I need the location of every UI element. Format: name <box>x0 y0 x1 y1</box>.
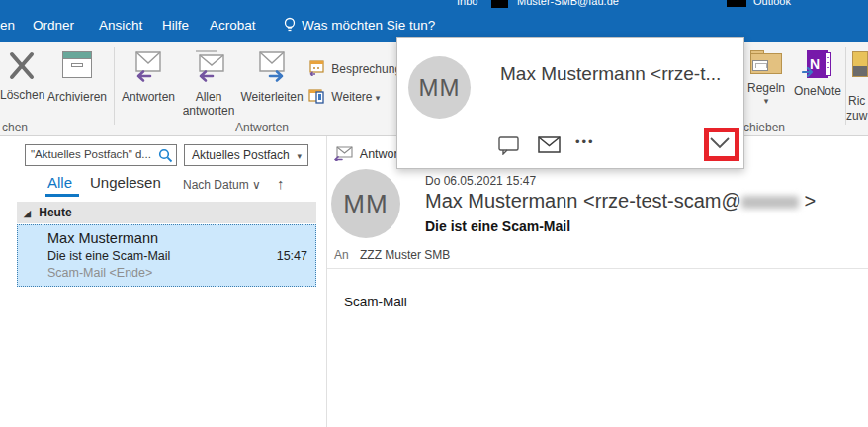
delete-label: Löschen <box>0 88 43 102</box>
reply-all-label-2: antworten <box>183 104 235 118</box>
message-subject: Die ist eine Scam-Mail <box>425 218 570 234</box>
sort-direction-button[interactable]: ↑ <box>277 175 285 192</box>
onenote-label: OneNote <box>791 84 844 98</box>
archive-icon <box>62 51 92 78</box>
group-label-respond: Antworten <box>235 121 289 134</box>
reply-envelope-icon <box>129 49 168 83</box>
contact-card-popup: MM Max Mustermann <rrze-t... ••• <box>396 37 744 169</box>
sender-address-text[interactable]: Max Mustermann <rrze-test-scam@ <box>425 190 741 212</box>
ribbon-separator <box>114 47 115 125</box>
header-body-divider <box>327 268 868 269</box>
tab-hilfe[interactable]: Hilfe <box>162 18 189 33</box>
group-label-delete: chen <box>2 121 28 134</box>
item-preview: Scam-Mail <Ende> <box>47 265 307 281</box>
sender-address-close: > <box>804 190 816 212</box>
forward-button[interactable]: Weiterleiten <box>235 49 308 104</box>
pane-divider[interactable] <box>326 136 327 427</box>
item-subject: Die ist eine Scam-Mail <box>47 249 170 263</box>
rules-button[interactable]: Regeln ▾ <box>741 50 791 106</box>
scope-caret-icon: ▾ <box>297 151 302 161</box>
onenote-button[interactable]: N OneNote <box>791 50 844 98</box>
group-label-move: chieben <box>743 121 785 134</box>
rules-folder-icon <box>750 50 782 74</box>
reply-all-label-1: Allen <box>196 90 222 104</box>
archive-button[interactable]: Archivieren <box>45 51 109 104</box>
send-email-icon[interactable] <box>538 136 561 157</box>
title-address-fragment: Muster-SMB@fau.de <box>517 0 619 7</box>
forward-envelope-icon <box>252 49 292 83</box>
mailbox-scope-dropdown[interactable]: Aktuelles Postfach ▾ <box>184 144 308 166</box>
scope-value: Aktuelles Postfach <box>192 148 290 162</box>
item-time: 15:47 <box>277 248 307 265</box>
reply-button[interactable]: Antworten <box>119 49 178 104</box>
lightbulb-icon <box>283 17 297 39</box>
search-icon[interactable] <box>158 148 173 163</box>
meeting-button[interactable]: Besprechung <box>308 60 401 79</box>
contact-name: Max Mustermann <rrze-t... <box>500 63 741 85</box>
rules-label: Regeln <box>741 81 791 95</box>
meeting-icon <box>308 60 324 79</box>
reply-all-button[interactable]: Allen antworten <box>180 49 237 118</box>
sort-by-dropdown[interactable]: Nach Datum ∨ <box>183 178 261 192</box>
item-sender: Max Mustermann <box>47 229 307 248</box>
archive-label: Archivieren <box>45 90 109 104</box>
mail-list-item-selected[interactable]: Max Mustermann Die ist eine Scam-Mail 15… <box>17 224 316 287</box>
delete-x-icon <box>8 49 36 81</box>
title-bar: Inbo Muster-SMB@fau.de Outlook <box>0 0 868 10</box>
date-group-header[interactable]: ◢ Heute <box>17 202 316 223</box>
message-body: Scam-Mail <box>344 295 407 309</box>
group-header-label: Heute <box>39 206 71 219</box>
reply-all-envelope-icon <box>189 49 228 83</box>
outlook-window: Inbo Muster-SMB@fau.de Outlook en Ordner… <box>0 0 868 427</box>
filter-tab-unread[interactable]: Ungelesen <box>90 174 161 191</box>
annotation-highlight-box <box>704 128 739 161</box>
more-respond-icon <box>308 88 324 107</box>
more-caret-icon: ▾ <box>376 93 381 103</box>
tab-acrobat[interactable]: Acrobat <box>210 18 256 33</box>
title-fragment: Inbo <box>457 0 477 7</box>
tell-me-box[interactable]: Was möchten Sie tun? <box>302 18 435 33</box>
more-respond-label: Weitere <box>331 90 372 104</box>
onenote-icon: N <box>804 50 831 78</box>
forward-label: Weiterleiten <box>235 90 308 104</box>
assign-policy-icon <box>852 51 868 77</box>
filter-tab-all[interactable]: Alle <box>47 174 72 191</box>
message-date: Do 06.05.2021 15:47 <box>425 174 536 188</box>
sender-avatar[interactable]: MM <box>331 169 400 238</box>
to-label: An <box>334 248 349 262</box>
to-recipient[interactable]: ZZZ Muster SMB <box>360 248 450 262</box>
redacted-domain <box>741 196 799 209</box>
redaction-box <box>491 0 508 8</box>
more-actions-button[interactable]: ••• <box>575 134 595 149</box>
title-app-fragment: Outlook <box>753 0 791 7</box>
reply-status-icon <box>333 146 353 161</box>
sender-address: Max Mustermann <rrze-test-scam@ > <box>425 190 816 213</box>
reply-label: Antworten <box>119 90 178 104</box>
more-respond-button[interactable]: Weitere ▾ <box>308 88 380 107</box>
rules-caret-icon: ▾ <box>741 96 791 106</box>
search-text: "Aktuelles Postfach" d... <box>31 148 151 160</box>
chat-icon[interactable] <box>498 136 519 159</box>
assign-policy-label-2: zuw <box>846 109 867 123</box>
tab-ordner[interactable]: Ordner <box>33 18 74 33</box>
tab-cutoff[interactable]: en <box>0 18 15 33</box>
delete-button[interactable]: Löschen <box>0 49 43 102</box>
assign-policy-label-1: Ric <box>848 94 865 108</box>
meeting-label: Besprechung <box>331 62 401 76</box>
search-input[interactable]: "Aktuelles Postfach" d... <box>25 144 177 166</box>
group-expanded-triangle-icon: ◢ <box>24 209 31 218</box>
tab-ansicht[interactable]: Ansicht <box>99 18 142 33</box>
redaction-box <box>727 0 746 7</box>
contact-avatar: MM <box>408 56 471 119</box>
